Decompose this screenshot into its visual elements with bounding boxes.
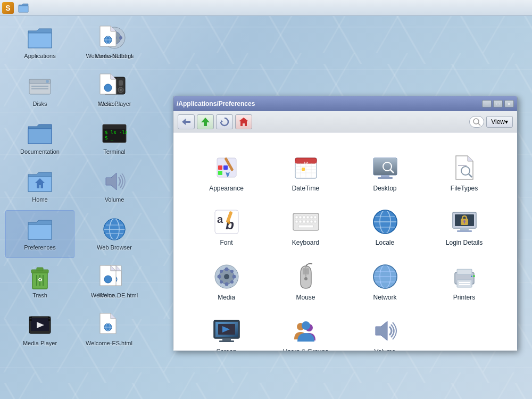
up-button[interactable]: [197, 114, 214, 129]
pref-icon-printers[interactable]: Printers: [427, 257, 501, 306]
svg-rect-20: [48, 317, 51, 318]
mouse-icon: [292, 263, 320, 290]
pref-icon-screen[interactable]: Screen: [189, 312, 263, 351]
svg-marker-162: [376, 321, 387, 340]
datetime-icon: 12: [292, 154, 320, 181]
svg-point-133: [220, 280, 223, 284]
refresh-button[interactable]: [216, 114, 233, 129]
window-content: Appearance 12: [173, 132, 517, 351]
svg-marker-41: [106, 173, 117, 190]
pref-icon-volume[interactable]: Volume: [348, 312, 422, 351]
svg-rect-86: [378, 177, 393, 179]
svg-rect-123: [464, 221, 465, 223]
svg-point-55: [104, 84, 112, 92]
window-close-btn[interactable]: ×: [504, 100, 514, 107]
documentation-icon: [27, 121, 53, 146]
desktop-icon-media-player[interactable]: Media Player: [5, 306, 74, 354]
svg-rect-146: [457, 269, 472, 275]
volume-desk-icon: [102, 169, 127, 194]
desktop-icon-welcome-nl[interactable]: Welcome-NL.html: [74, 19, 144, 66]
volume-desk-label: Volume: [105, 196, 124, 203]
mouse-label: Mouse: [296, 294, 315, 301]
locale-label: Locale: [376, 239, 394, 246]
pref-icon-desktop[interactable]: Desktop: [348, 148, 422, 197]
desktop-icon-welcome-es[interactable]: Welcome-ES.html: [74, 306, 144, 354]
desktop-icon-applications[interactable]: Applications: [5, 19, 74, 66]
desktop-icon-trash[interactable]: ♻ Trash: [5, 258, 74, 306]
pref-icon-datetime[interactable]: 12 DateTime: [269, 148, 343, 197]
desktop: S Applications: [0, 0, 532, 399]
svg-rect-156: [219, 340, 234, 342]
login-icon: [451, 208, 478, 236]
search-box[interactable]: [469, 116, 484, 128]
svg-rect-21: [48, 319, 51, 321]
file-manager-window: /Applications/Preferences ─ □ ×: [173, 96, 518, 351]
svg-marker-62: [221, 120, 223, 122]
taskbar-logo[interactable]: S: [2, 2, 14, 14]
window-minimize-btn[interactable]: ─: [482, 100, 492, 107]
home-button[interactable]: [235, 114, 252, 129]
svg-rect-147: [457, 280, 472, 287]
svg-rect-103: [314, 216, 317, 219]
media-player-desk-icon: [27, 312, 53, 338]
pref-icon-locale[interactable]: Locale: [348, 203, 422, 252]
svg-line-66: [478, 123, 480, 126]
desktop-icon-preferences[interactable]: Preferences: [5, 210, 74, 258]
svg-point-127: [225, 267, 228, 271]
svg-rect-82: [302, 168, 305, 171]
desktop-icon-web-browser[interactable]: Web Browser: [80, 210, 149, 258]
window-maximize-btn[interactable]: □: [493, 100, 503, 107]
svg-point-161: [302, 321, 310, 330]
desktop-icon-welco2[interactable]: Welco...: [74, 66, 144, 114]
web-browser-icon: [102, 217, 127, 242]
pref-icon-appearance[interactable]: Appearance: [189, 148, 263, 197]
pref-icon-media[interactable]: Media: [189, 257, 263, 306]
keyboard-icon: [292, 208, 320, 236]
media-icon: [213, 263, 240, 290]
welcome-nl-icon: [96, 25, 122, 51]
pref-icon-mouse[interactable]: Mouse: [269, 257, 343, 306]
svg-rect-4: [31, 88, 48, 89]
svg-rect-10: [37, 268, 43, 271]
desktop-icon-documentation[interactable]: Documentation: [5, 114, 74, 162]
svg-rect-150: [471, 276, 472, 277]
pref-icon-font[interactable]: a b Font: [189, 203, 263, 252]
desktop-icon-home[interactable]: Home: [5, 162, 74, 210]
svg-text:♻: ♻: [38, 277, 43, 282]
pref-icon-login[interactable]: Login Details: [427, 203, 501, 252]
view-button[interactable]: View▾: [486, 116, 513, 128]
svg-rect-106: [303, 220, 305, 223]
pref-icon-network[interactable]: Network: [348, 257, 422, 306]
welco2-icon: [96, 73, 122, 98]
desktop-icon-volume[interactable]: Volume: [80, 162, 149, 210]
desktop-icon-disks[interactable]: Disks: [5, 66, 74, 114]
svg-rect-107: [306, 220, 309, 223]
pref-icon-keyboard[interactable]: Keyboard: [269, 203, 343, 252]
network-icon: [371, 263, 399, 290]
welcome-es-icon: [96, 312, 122, 338]
taskbar-folder-btn[interactable]: [17, 2, 30, 14]
pref-icon-users-groups[interactable]: Users & Groups: [269, 312, 343, 351]
window-titlebar: /Applications/Preferences ─ □ ×: [173, 96, 517, 111]
svg-text:$ ls -la: $ ls -la: [105, 130, 127, 135]
svg-rect-19: [29, 319, 32, 321]
window-toolbar: View▾: [173, 111, 517, 132]
desktop-icon-terminal[interactable]: $ ls -la $ _ Terminal: [80, 114, 149, 162]
trash-label: Trash: [32, 292, 47, 299]
locale-icon: [371, 208, 399, 236]
svg-point-132: [230, 270, 234, 273]
screen-label: Screen: [216, 348, 236, 351]
web-browser-label: Web Browser: [97, 244, 132, 251]
welcome-es-label: Welcome-ES.html: [86, 340, 132, 347]
users-groups-label: Users & Groups: [283, 348, 328, 351]
svg-point-131: [220, 270, 223, 273]
svg-point-65: [473, 119, 479, 124]
pref-icon-filetypes[interactable]: FileTypes: [427, 148, 501, 197]
datetime-label: DateTime: [292, 185, 320, 192]
desktop-icon-welco3[interactable]: Welco...: [74, 258, 144, 306]
home-label: Home: [32, 196, 47, 203]
prefs-icons-grid: Appearance 12: [184, 143, 506, 351]
back-button[interactable]: [178, 114, 195, 129]
svg-point-126: [224, 274, 229, 279]
welco3-label: Welco...: [98, 292, 120, 299]
